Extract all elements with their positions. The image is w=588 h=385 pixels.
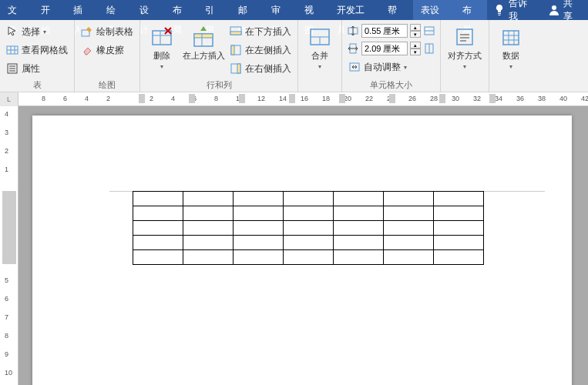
tab-design[interactable]: 设计 xyxy=(132,0,165,20)
tab-table-layout[interactable]: 布局 xyxy=(455,0,488,20)
ruler-column-marker[interactable] xyxy=(139,94,145,103)
merge-button[interactable]: 合并▾ xyxy=(303,23,337,75)
tab-view[interactable]: 视图 xyxy=(297,0,330,20)
alignment-button[interactable]: 对齐方式▾ xyxy=(445,23,484,75)
height-input[interactable]: 0.55 厘米 xyxy=(361,24,408,38)
table-cell[interactable] xyxy=(133,192,183,206)
table-cell[interactable] xyxy=(133,236,183,250)
autofit-button[interactable]: 自动调整 ▾ xyxy=(347,59,435,75)
tab-insert[interactable]: 插入 xyxy=(66,0,99,20)
table-cell[interactable] xyxy=(334,192,384,206)
table-cell[interactable] xyxy=(384,221,434,236)
tab-draw[interactable]: 绘图 xyxy=(99,0,132,20)
page-scroll-area[interactable] xyxy=(18,106,588,385)
ruler-column-marker[interactable] xyxy=(489,94,496,103)
eraser-button[interactable]: 橡皮擦 xyxy=(79,42,135,59)
distribute-rows-icon[interactable] xyxy=(423,25,435,37)
ruler-column-marker[interactable] xyxy=(289,94,295,103)
table-row[interactable] xyxy=(133,236,484,250)
ruler-column-marker[interactable] xyxy=(239,94,245,103)
insert-right-label: 在右侧插入 xyxy=(245,62,291,75)
height-spinner[interactable]: ▴▾ xyxy=(410,24,421,38)
table-cell[interactable] xyxy=(384,250,434,265)
table-cell[interactable] xyxy=(334,221,384,236)
data-button[interactable]: 数据▾ xyxy=(494,23,528,75)
tab-mailings[interactable]: 邮件 xyxy=(230,0,264,20)
table-cell[interactable] xyxy=(284,221,334,236)
table-cell[interactable] xyxy=(334,206,384,221)
table-cell[interactable] xyxy=(133,250,183,265)
document-table[interactable] xyxy=(133,191,484,265)
table-cell[interactable] xyxy=(334,250,384,265)
ruler-column-marker[interactable] xyxy=(389,94,395,103)
spin-up-icon[interactable]: ▴ xyxy=(410,24,421,31)
table-cell[interactable] xyxy=(234,236,284,250)
tab-table-design[interactable]: 表设计 xyxy=(413,0,455,20)
draw-table-button[interactable]: 绘制表格 xyxy=(79,23,135,40)
view-gridlines-button[interactable]: 查看网格线 xyxy=(5,42,69,59)
table-cell[interactable] xyxy=(384,236,434,250)
table-cell[interactable] xyxy=(183,221,234,236)
width-input[interactable]: 2.09 厘米 xyxy=(361,42,408,55)
table-cell[interactable] xyxy=(434,221,484,236)
insert-right-button[interactable]: 在右侧插入 xyxy=(228,60,293,77)
table-row[interactable] xyxy=(133,192,484,206)
spin-up-icon[interactable]: ▴ xyxy=(410,42,421,49)
ruler-column-marker[interactable] xyxy=(339,94,345,103)
table-row[interactable] xyxy=(133,221,484,236)
document-page[interactable] xyxy=(32,116,572,385)
ruler-horizontal[interactable]: 8642246810121416182022242628303234363840… xyxy=(18,92,588,106)
table-cell[interactable] xyxy=(434,236,484,250)
ruler-column-marker[interactable] xyxy=(439,94,445,103)
ruler-tick: 3 xyxy=(5,129,8,136)
table-row[interactable] xyxy=(133,250,484,265)
delete-button[interactable]: 删除▾ xyxy=(145,23,179,75)
ruler-corner: L xyxy=(0,92,18,106)
tab-home[interactable]: 开始 xyxy=(33,0,66,20)
table-cell[interactable] xyxy=(234,192,284,206)
width-spinner[interactable]: ▴▾ xyxy=(410,42,421,55)
table-cell[interactable] xyxy=(133,206,183,221)
tab-file[interactable]: 文件 xyxy=(0,0,33,20)
distribute-cols-icon[interactable] xyxy=(423,42,435,55)
insert-below-button[interactable]: 在下方插入 xyxy=(228,23,293,40)
table-cell[interactable] xyxy=(434,206,484,221)
insert-left-button[interactable]: 在左侧插入 xyxy=(228,42,293,59)
ruler-vertical[interactable]: 432112345678910 xyxy=(0,106,18,385)
tab-review[interactable]: 审阅 xyxy=(264,0,297,20)
table-cell[interactable] xyxy=(183,236,234,250)
table-cell[interactable] xyxy=(234,250,284,265)
table-cell[interactable] xyxy=(434,250,484,265)
table-cell[interactable] xyxy=(183,206,234,221)
ruler-tick: 38 xyxy=(538,95,546,102)
table-cell[interactable] xyxy=(284,236,334,250)
properties-button[interactable]: 属性 xyxy=(5,60,69,77)
table-cell[interactable] xyxy=(284,206,334,221)
table-cell[interactable] xyxy=(234,221,284,236)
table-cell[interactable] xyxy=(434,192,484,206)
table-cell[interactable] xyxy=(334,236,384,250)
tab-references[interactable]: 引用 xyxy=(197,0,230,20)
share-button[interactable]: 共享 xyxy=(540,0,588,23)
table-cell[interactable] xyxy=(183,192,234,206)
table-cell[interactable] xyxy=(183,250,234,265)
ruler-column-marker[interactable] xyxy=(189,94,195,103)
table-cell[interactable] xyxy=(284,250,334,265)
table-cell[interactable] xyxy=(234,206,284,221)
svg-rect-17 xyxy=(230,32,241,35)
tab-layout[interactable]: 布局 xyxy=(165,0,198,20)
spin-down-icon[interactable]: ▾ xyxy=(410,49,421,55)
ruler-tick: 8 xyxy=(5,332,8,340)
tab-help[interactable]: 帮助 xyxy=(380,0,413,20)
table-cell[interactable] xyxy=(133,221,183,236)
table-cell[interactable] xyxy=(384,192,434,206)
spin-down-icon[interactable]: ▾ xyxy=(410,31,421,38)
table-cell[interactable] xyxy=(284,192,334,206)
select-label: 选择 xyxy=(22,25,40,38)
insert-above-button[interactable]: 在上方插入 xyxy=(182,23,225,75)
table-cell[interactable] xyxy=(384,206,434,221)
select-button[interactable]: 选择 ▾ xyxy=(5,23,69,40)
table-row[interactable] xyxy=(133,206,484,221)
ruler-tick: 6 xyxy=(63,95,67,102)
tab-developer[interactable]: 开发工具 xyxy=(329,0,379,20)
